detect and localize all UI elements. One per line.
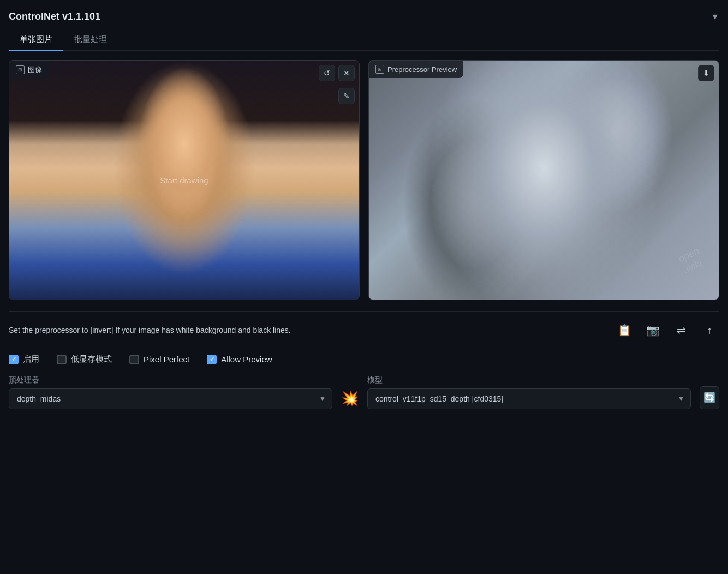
selectors-row: 预处理器 depth_midas depth_leres depth_zoe n… bbox=[9, 375, 719, 420]
download-area: ⬇ bbox=[698, 65, 714, 81]
tab-single[interactable]: 单张图片 bbox=[9, 30, 63, 51]
pixel-perfect-checkbox[interactable] bbox=[129, 355, 139, 364]
allow-preview-checkbox-item[interactable]: ✓ Allow Preview bbox=[207, 355, 272, 364]
allow-preview-checkbox[interactable]: ✓ bbox=[207, 355, 217, 364]
model-wrapper: control_v11f1p_sd15_depth [cfd0315] ▼ bbox=[367, 388, 691, 409]
pixel-perfect-label: Pixel Perfect bbox=[144, 355, 189, 364]
low-vram-label: 低显存模式 bbox=[71, 354, 112, 364]
reset-button[interactable]: ↺ bbox=[319, 65, 335, 81]
right-panel-label: ⊞ Preprocessor Preview bbox=[369, 61, 463, 78]
low-vram-checkbox[interactable] bbox=[57, 355, 67, 364]
left-panel-title: 图像 bbox=[28, 65, 42, 75]
checkboxes-row: ✓ 启用 低显存模式 Pixel Perfect ✓ Allow Preview bbox=[9, 345, 719, 375]
action-icons-group: 📋 📷 ⇌ ↑ bbox=[614, 320, 719, 340]
camera-button[interactable]: 📷 bbox=[643, 320, 663, 340]
paste-button[interactable]: 📋 bbox=[614, 320, 634, 340]
left-image-panel[interactable]: ⊞ 图像 ↺ ✕ ✎ Start drawing bbox=[9, 60, 360, 300]
app-container: ControlNet v1.1.101 ▼ 单张图片 批量处理 ⊞ 图像 ↺ ✕… bbox=[0, 0, 728, 427]
photo-background bbox=[9, 61, 359, 300]
tab-bar: 单张图片 批量处理 bbox=[9, 30, 719, 51]
edit-button[interactable]: ✎ bbox=[338, 88, 355, 104]
pixel-perfect-checkbox-item[interactable]: Pixel Perfect bbox=[129, 355, 189, 364]
preview-background bbox=[369, 61, 719, 300]
left-image-preview: Start drawing bbox=[9, 61, 359, 300]
preprocessor-icon: ⊞ bbox=[375, 65, 384, 74]
preprocessor-label: 预处理器 bbox=[9, 375, 332, 385]
enable-checkmark: ✓ bbox=[11, 356, 16, 363]
right-panel-title: Preprocessor Preview bbox=[387, 65, 457, 74]
swap-button[interactable]: ⇌ bbox=[671, 320, 691, 340]
preprocessor-group: 预处理器 depth_midas depth_leres depth_zoe n… bbox=[9, 375, 332, 409]
low-vram-checkbox-item[interactable]: 低显存模式 bbox=[57, 354, 112, 364]
enable-checkbox[interactable]: ✓ bbox=[9, 355, 19, 364]
model-dropdown[interactable]: control_v11f1p_sd15_depth [cfd0315] bbox=[367, 388, 691, 409]
tab-batch[interactable]: 批量处理 bbox=[63, 30, 118, 51]
image-icon: ⊞ bbox=[16, 65, 25, 74]
image-panels: ⊞ 图像 ↺ ✕ ✎ Start drawing ⊞ Preprocessor … bbox=[9, 60, 719, 300]
enable-checkbox-item[interactable]: ✓ 启用 bbox=[9, 354, 39, 364]
collapse-icon[interactable]: ▼ bbox=[711, 12, 719, 22]
middle-explosion-icon: 💥 bbox=[341, 390, 359, 409]
controls-bar: Set the preprocessor to [invert] If your… bbox=[9, 311, 719, 345]
preprocessor-dropdown[interactable]: depth_midas depth_leres depth_zoe none bbox=[9, 388, 332, 409]
allow-preview-label: Allow Preview bbox=[221, 355, 272, 364]
model-group: 模型 control_v11f1p_sd15_depth [cfd0315] ▼ bbox=[367, 375, 691, 409]
enable-label: 启用 bbox=[23, 354, 39, 364]
right-image-preview: open.wiki bbox=[369, 61, 719, 300]
model-label: 模型 bbox=[367, 375, 691, 385]
upload-button[interactable]: ↑ bbox=[700, 320, 719, 340]
preprocessor-wrapper: depth_midas depth_leres depth_zoe none ▼ bbox=[9, 388, 332, 409]
refresh-model-button[interactable]: 🔄 bbox=[700, 386, 719, 409]
left-panel-label: ⊞ 图像 bbox=[9, 61, 49, 79]
close-button[interactable]: ✕ bbox=[338, 65, 355, 81]
right-image-panel[interactable]: ⊞ Preprocessor Preview ⬇ open.wiki bbox=[368, 60, 719, 300]
hint-text: Set the preprocessor to [invert] If your… bbox=[9, 325, 608, 336]
allow-preview-checkmark: ✓ bbox=[210, 356, 214, 363]
download-button[interactable]: ⬇ bbox=[698, 65, 714, 81]
app-title: ControlNet v1.1.101 bbox=[9, 11, 100, 22]
left-panel-actions: ↺ ✕ ✎ bbox=[319, 65, 355, 81]
header: ControlNet v1.1.101 ▼ bbox=[9, 7, 719, 30]
